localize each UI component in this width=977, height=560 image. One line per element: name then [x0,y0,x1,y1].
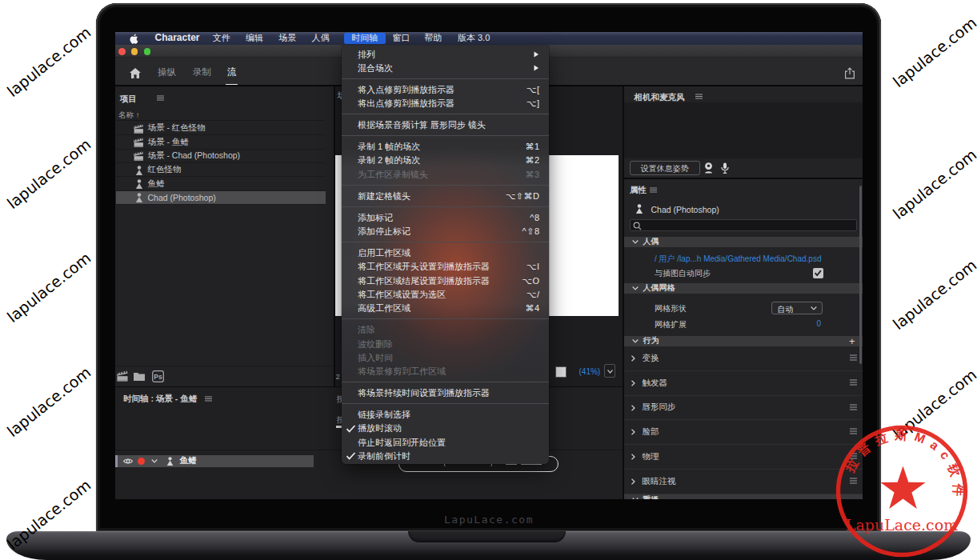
menu-item-为工作区录制镜头: 为工作区录制镜头⌘3 [342,167,549,181]
project-panel-menu-icon[interactable] [157,95,164,101]
menu-item-根据场景音频计算 唇形同步 镜头[interactable]: 根据场景音频计算 唇形同步 镜头 [342,118,549,132]
menubar-item-时间轴[interactable]: 时间轴 [351,32,378,45]
menu-item-将工作区域设置为选区[interactable]: 将工作区域设置为选区⌥/ [342,287,549,301]
project-row-鱼鳍[interactable]: 鱼鳍 [116,177,326,190]
menu-item-将工作区域结尾设置到播放指示器[interactable]: 将工作区域结尾设置到播放指示器⌥O [342,274,549,287]
menu-item-添加标记[interactable]: 添加标记^8 [342,210,549,224]
menu-item-shortcut: ⌘4 [525,303,539,314]
menubar-app-name[interactable]: Character [154,32,199,45]
section-behaviors[interactable]: 行为 + [624,336,863,347]
eye-icon[interactable] [123,458,133,465]
tab-流[interactable]: 流 [227,65,237,79]
menu-item-播放时滚动[interactable]: 播放时滚动 [342,422,549,435]
section-title: 行为 [643,335,659,346]
record-toggle-icon[interactable] [138,458,145,465]
menu-item-混合场次[interactable]: 混合场次 [342,61,549,74]
zoom-dropdown-button[interactable] [604,364,615,378]
add-behavior-button[interactable]: + [849,335,855,347]
menu-item-将出点修剪到播放指示器[interactable]: 将出点修剪到播放指示器⌥] [342,97,549,110]
menu-item-排列[interactable]: 排列 [342,47,549,61]
timeline-panel-title: 时间轴 : 场景 - 鱼鳍 [123,394,197,405]
menubar-item-文件[interactable]: 文件 [213,32,230,45]
behavior-row-眼睛注视[interactable]: 眼睛注视 [624,470,863,494]
import-photoshop-icon[interactable]: Ps [152,370,164,382]
sync-checkbox[interactable] [813,268,823,278]
menu-item-高级工作区域[interactable]: 高级工作区域⌘4 [342,302,549,315]
minimize-button[interactable] [131,48,138,55]
project-row-label: 红色怪物 [148,164,182,175]
section-title: 人偶 [643,236,659,247]
scrollbar-thumb[interactable] [859,186,862,364]
menu-item-录制 1 帧的场次[interactable]: 录制 1 帧的场次⌘1 [342,140,549,154]
timeline-panel-menu-icon[interactable] [205,396,212,402]
menu-item-将工作区域开头设置到播放指示器[interactable]: 将工作区域开头设置到播放指示器⌥I [342,260,549,274]
share-icon[interactable] [844,67,855,79]
behavior-row-触发器[interactable]: 触发器 [624,371,863,396]
camera-panel-menu-icon[interactable] [695,94,703,99]
webcam-icon[interactable] [704,162,713,174]
zoom-button[interactable] [144,48,151,55]
background-color-swatch[interactable] [555,366,567,378]
menu-item-label: 将工作区域结尾设置到播放指示器 [358,274,490,286]
menu-item-启用工作区域[interactable]: 启用工作区域 [342,246,549,259]
section-puppet[interactable]: 人偶 [624,237,863,248]
menu-item-新建定格镜头[interactable]: 新建定格镜头⌥⇧⌘D [342,189,549,202]
new-folder-icon[interactable] [134,372,145,381]
menu-item-停止时返回到开始位置[interactable]: 停止时返回到开始位置 [342,435,549,449]
menu-item-录制 2 帧的场次[interactable]: 录制 2 帧的场次⌘2 [342,154,549,167]
menu-item-label: 添加标记 [358,211,393,223]
project-row-场景 - 鱼鳍[interactable]: 场景 - 鱼鳍 [116,135,326,149]
sort-ascending-icon: ↑ [134,110,139,119]
timeline-track-fish[interactable]: 鱼鳍 [115,455,314,468]
new-scene-icon[interactable] [117,370,129,382]
chevron-down-icon [632,498,639,499]
menu-item-将场景持续时间设置到播放指示器[interactable]: 将场景持续时间设置到播放指示器 [342,386,549,399]
menubar-item-人偶[interactable]: 人偶 [312,32,330,45]
set-rest-pose-button[interactable]: 设置休息姿势 [630,161,701,176]
puppet-icon [135,179,143,189]
behavior-row-变换[interactable]: 变换 [624,346,863,371]
behavior-menu-icon[interactable] [850,379,857,386]
menu-item-将入点修剪到播放指示器[interactable]: 将入点修剪到播放指示器⌥[ [342,82,549,96]
project-row-Chad (Photoshop)[interactable]: Chad (Photoshop) [116,191,326,205]
apple-menu-icon[interactable] [129,34,138,44]
menu-item-添加停止标记[interactable]: 添加停止标记^⇧8 [342,224,549,238]
menu-item-录制前倒计时[interactable]: 录制前倒计时 [342,449,549,462]
behavior-row-脸部[interactable]: 脸部 [624,420,863,445]
watermark-text: lapulace.com [890,14,977,90]
tab-操纵[interactable]: 操纵 [158,65,176,79]
microphone-icon[interactable] [721,162,729,174]
mesh-expand-value[interactable]: 0 [816,319,821,328]
behavior-menu-icon[interactable] [850,404,857,410]
section-replays[interactable]: 重播 [624,494,863,499]
menubar-item-场景[interactable]: 场景 [278,32,296,45]
project-row-场景 - 红色怪物[interactable]: 场景 - 红色怪物 [116,122,326,135]
project-row-label: 鱼鳍 [148,178,165,190]
section-puppet-mesh[interactable]: 人偶网格 [624,283,863,294]
menubar-item-帮助[interactable]: 帮助 [424,32,442,45]
chevron-down-icon[interactable] [151,459,158,463]
tab-录制[interactable]: 录制 [193,65,211,79]
mesh-shape-dropdown[interactable]: 自动 [771,302,823,314]
menu-item-链接录制选择[interactable]: 链接录制选择 [342,407,549,421]
chevron-down-icon [632,286,639,290]
svg-text:Ps: Ps [154,373,162,381]
menu-item-label: 停止时返回到开始位置 [358,436,446,448]
project-row-红色怪物[interactable]: 红色怪物 [116,163,326,177]
checkmark-icon [346,452,356,460]
properties-panel-menu-icon[interactable] [650,187,657,193]
menu-item-shortcut: ⌥[ [527,84,540,94]
menubar-item-版本 3.0[interactable]: 版本 3.0 [458,32,490,45]
search-input[interactable] [630,219,857,231]
behavior-row-物理[interactable]: 物理 [624,445,863,470]
behavior-row-唇形同步[interactable]: 唇形同步 [624,396,863,421]
home-icon[interactable] [130,68,141,78]
puppet-source-link[interactable]: / 用户 /lap...h Media/Gathered Media/Chad.… [655,254,821,265]
project-row-场景 - Chad (Photoshop)[interactable]: 场景 - Chad (Photoshop) [116,150,326,163]
zoom-level-value[interactable]: (41%) [579,367,601,376]
menubar-item-编辑[interactable]: 编辑 [246,32,263,45]
sync-label: 与插图自动同步 [655,268,711,279]
menubar-item-窗口[interactable]: 窗口 [392,32,410,45]
behavior-menu-icon[interactable] [850,354,857,361]
close-button[interactable] [118,48,126,55]
